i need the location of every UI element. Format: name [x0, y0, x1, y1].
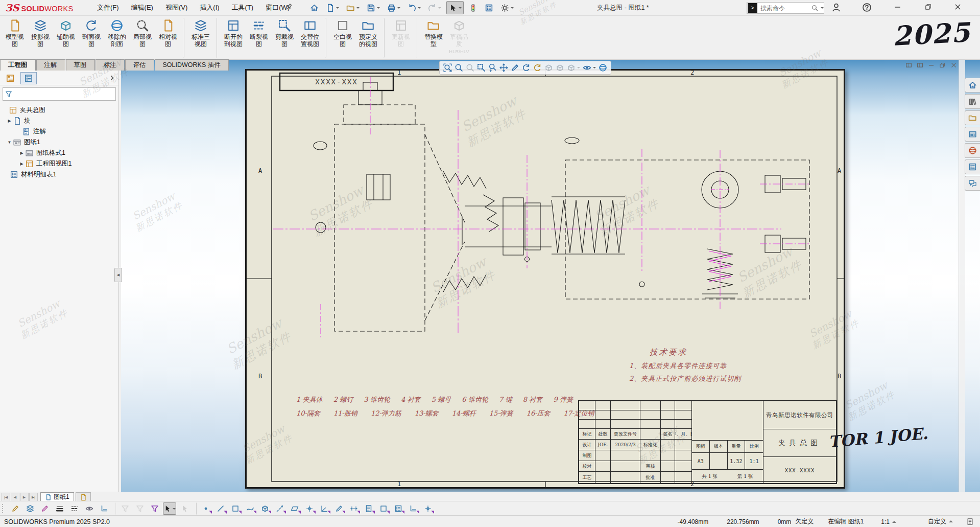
redo-icon[interactable] [426, 1, 443, 14]
dropdown-caret-icon[interactable] [511, 7, 514, 10]
forum-icon[interactable] [965, 176, 980, 191]
menu-item[interactable]: 视图(V) [159, 1, 194, 14]
tree-item[interactable]: 夹具总图 [0, 105, 118, 116]
filter-edges-icon[interactable] [214, 502, 227, 515]
filter-dimensions-icon[interactable] [347, 502, 361, 515]
zoom-to-selection-icon[interactable] [476, 63, 486, 73]
filter-weld-beads-icon[interactable] [407, 502, 420, 515]
close-button[interactable] [954, 3, 962, 11]
dropdown-caret-icon[interactable] [593, 67, 596, 70]
lasso-select-icon[interactable] [178, 502, 191, 515]
toolbar-grip[interactable] [2, 504, 6, 513]
new-document-icon[interactable] [324, 1, 341, 14]
alternate-position-view-button[interactable]: 交替位置视图 [297, 18, 326, 58]
dropdown-caret-icon[interactable] [336, 7, 339, 10]
broken-out-section-button[interactable]: 断开的剖视图 [221, 18, 246, 58]
filter-coordinate-systems-icon[interactable] [318, 502, 331, 515]
filter-sketches-icon[interactable] [332, 502, 346, 515]
open-icon[interactable] [344, 1, 362, 14]
command-search[interactable]: > [747, 2, 824, 14]
section-view-button[interactable]: 剖面视图 [79, 18, 104, 58]
pin-icon[interactable] [285, 3, 293, 11]
file-explorer-icon[interactable] [965, 110, 980, 125]
dropdown-caret-icon[interactable] [459, 7, 462, 10]
help-icon[interactable] [862, 3, 872, 12]
home-panel-icon[interactable] [965, 78, 980, 93]
filter-annotations-icon[interactable] [362, 502, 375, 515]
tree-item[interactable]: ▶ 图纸格式1 [0, 148, 118, 158]
filter-stack-icon[interactable] [148, 502, 161, 515]
filter-axes-icon[interactable] [273, 502, 286, 515]
status-caret-icon[interactable] [949, 518, 953, 522]
tags-icon[interactable] [966, 518, 974, 525]
filter-solid-bodies-icon[interactable] [258, 502, 272, 515]
relative-view-button[interactable]: 相对视图 [155, 18, 184, 58]
dropdown-caret-icon[interactable] [173, 508, 176, 511]
hide-show-edges-icon[interactable] [83, 502, 96, 515]
empty-view-button[interactable]: 空白视图 [330, 18, 355, 58]
tree-item[interactable]: ▼ 图纸1 [0, 137, 118, 148]
filter-planes-icon[interactable] [288, 502, 301, 515]
sheet-nav-button[interactable]: |◀ [2, 493, 10, 501]
ribbon-tab[interactable]: 工程图 [0, 59, 36, 71]
dropdown-caret-icon[interactable] [397, 7, 400, 10]
restore-button[interactable] [924, 3, 932, 11]
panel-collapse-button[interactable]: ◀ [114, 268, 122, 282]
detail-view-button[interactable]: 局部视图 [130, 18, 155, 58]
status-caret-icon[interactable] [892, 519, 896, 523]
hidden-lines-icon[interactable] [566, 63, 581, 73]
filter-toggle-icon[interactable] [115, 502, 132, 515]
save-icon[interactable] [365, 1, 382, 14]
predefined-view-button[interactable]: 预定义的视图 [355, 18, 385, 58]
graphics-area[interactable]: XXXX-XXX 12 12 AB AB 技术要求 1、装配后夹具各零件连接可靠… [121, 59, 980, 492]
zoom-to-fit-icon[interactable] [443, 63, 452, 73]
select-arrow-icon[interactable] [163, 502, 176, 515]
sheet-nav-button[interactable]: ◀ [11, 493, 19, 501]
rotate-view-icon[interactable] [521, 63, 531, 73]
dropdown-caret-icon[interactable] [356, 7, 360, 10]
view-orientation-icon[interactable] [544, 63, 554, 73]
tree-item[interactable]: 材料明细表1 [0, 169, 118, 180]
auxiliary-view-button[interactable]: 辅助视图 [53, 18, 79, 58]
drawing-sheet[interactable]: XXXX-XXX 12 12 AB AB 技术要求 1、装配后夹具各零件连接可靠… [245, 69, 845, 489]
filter-funnel-icon[interactable] [5, 90, 12, 98]
account-icon[interactable] [831, 3, 841, 12]
reattach-view-icon[interactable] [533, 63, 542, 73]
settings-gear-icon[interactable] [498, 1, 516, 14]
view-settings-icon[interactable] [598, 63, 608, 73]
close-document-icon[interactable] [950, 62, 957, 68]
zoom-out-icon[interactable] [465, 63, 475, 73]
removed-section-button[interactable]: 移除的剖面 [104, 18, 130, 58]
hide-show-items-icon[interactable] [582, 63, 596, 73]
filter-vertices-icon[interactable] [196, 502, 212, 515]
pane-split-right-icon[interactable] [917, 62, 923, 68]
expand-arrow-icon[interactable]: ▶ [6, 119, 13, 123]
filter-blocks-icon[interactable] [377, 502, 390, 515]
projected-view-button[interactable]: 投影视图 [28, 18, 53, 58]
search-caret-icon[interactable] [821, 7, 824, 10]
restore-document-icon[interactable] [939, 62, 946, 68]
tree-filter-input[interactable] [14, 90, 113, 98]
dropdown-caret-icon[interactable] [377, 7, 380, 10]
ribbon-tab[interactable]: SOLIDWORKS 插件 [155, 59, 229, 71]
view-palette-icon[interactable] [965, 127, 980, 142]
line-color-icon[interactable] [38, 502, 52, 515]
minimize-document-icon[interactable] [928, 62, 935, 68]
tree-item[interactable]: ▶ 块 [0, 116, 118, 126]
ribbon-tab[interactable]: 草图 [66, 59, 95, 71]
options-list-icon[interactable] [483, 1, 495, 14]
filter-faces-icon[interactable] [229, 502, 242, 515]
color-display-mode-icon[interactable] [98, 502, 111, 515]
tree-item[interactable]: A 注解 [0, 126, 118, 137]
break-view-button[interactable]: 断裂视图 [246, 18, 272, 58]
zoom-scroll-icon[interactable] [488, 63, 497, 73]
update-view-button[interactable]: 更新视图 [388, 18, 417, 58]
model-view-button[interactable]: 模型视图 [2, 18, 28, 58]
menu-item[interactable]: 文件(F) [91, 1, 125, 14]
sheet-nav-button[interactable]: ▶| [29, 493, 38, 501]
filter-routing-points-icon[interactable] [421, 502, 435, 515]
expand-arrow-icon[interactable]: ▼ [6, 140, 13, 145]
appearances-icon[interactable] [965, 143, 980, 158]
draft-quality-button[interactable]: 草稿品质 HLR/HLV [446, 18, 472, 58]
ribbon-tab[interactable]: 注解 [36, 59, 65, 71]
